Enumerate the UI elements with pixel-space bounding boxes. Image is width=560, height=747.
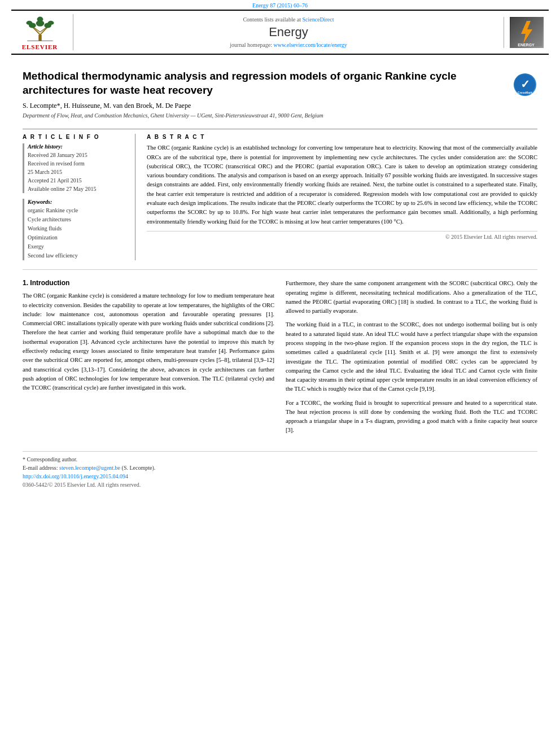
- article-columns: A R T I C L E I N F O Article history: R…: [23, 129, 537, 260]
- elsevier-logo: ELSEVIER: [20, 14, 60, 50]
- doi-link[interactable]: http://dx.doi.org/10.1016/j.energy.2015.…: [23, 473, 128, 479]
- sciencedirect-text: Contents lists available at: [243, 16, 300, 23]
- crossmark-circle: ✓ CrossMark: [514, 73, 536, 96]
- svg-point-10: [37, 17, 43, 22]
- journal-header: ELSEVIER Contents lists available at Sci…: [11, 10, 549, 55]
- intro-section-title: Introduction: [30, 279, 69, 287]
- history-item-0: Received 28 January 2015: [28, 151, 128, 159]
- intro-heading: 1. Introduction: [23, 279, 274, 287]
- email-link[interactable]: steven.lecompte@ugent.be: [59, 465, 120, 471]
- article-title: Methodical thermodynamic analysis and re…: [23, 69, 506, 97]
- issn-footer: 0360-5442/© 2015 Elsevier Ltd. All right…: [23, 482, 537, 488]
- intro-para4: For a TCORC, the working fluid is brough…: [286, 399, 537, 435]
- abstract-text: The ORC (organic Rankine cycle) is an es…: [147, 143, 537, 226]
- history-item-4: Available online 27 May 2015: [28, 185, 128, 193]
- authors: S. Lecompte*, H. Huisseune, M. van den B…: [23, 102, 506, 110]
- footnote-star: * Corresponding author.: [23, 456, 537, 462]
- intro-para3: The working fluid in a TLC, in contrast …: [286, 320, 537, 394]
- history-item-3: Accepted 21 April 2015: [28, 176, 128, 185]
- email-footnote: E-mail address: steven.lecompte@ugent.be…: [23, 465, 537, 471]
- keywords-title: Keywords:: [28, 199, 128, 205]
- elsevier-tree-icon: [20, 14, 60, 42]
- svg-text:✓: ✓: [520, 78, 530, 90]
- energy-logo-area: ENERGY: [504, 17, 549, 48]
- elsevier-branding: ELSEVIER: [11, 14, 73, 50]
- sciencedirect-line: Contents lists available at ScienceDirec…: [85, 16, 492, 23]
- article-title-text: Methodical thermodynamic analysis and re…: [23, 69, 506, 123]
- article-info-col: A R T I C L E I N F O Article history: R…: [23, 134, 135, 260]
- keyword-0: organic Rankine cycle: [28, 206, 128, 215]
- body-divider: [23, 269, 537, 270]
- article-history: Article history: Received 28 January 201…: [23, 143, 128, 193]
- svg-text:CrossMark: CrossMark: [518, 91, 532, 94]
- keyword-1: Cycle architectures: [28, 215, 128, 224]
- history-item-1: Received in revised form: [28, 159, 128, 168]
- homepage-line: journal homepage: www.elsevier.com/locat…: [85, 42, 492, 48]
- history-title: Article history:: [28, 143, 128, 150]
- authors-text: S. Lecompte*, H. Huisseune, M. van den B…: [23, 102, 191, 110]
- journal-header-center: Contents lists available at ScienceDirec…: [73, 16, 504, 48]
- energy-logo-graphic: ENERGY: [511, 18, 542, 46]
- abstract-col: A B S T R A C T The ORC (organic Rankine…: [147, 134, 537, 260]
- crossmark-icon: ✓ CrossMark: [514, 74, 536, 95]
- crossmark-logo: ✓ CrossMark: [512, 72, 537, 97]
- body-col-right: Furthermore, they share the same compone…: [286, 279, 537, 439]
- article-title-section: Methodical thermodynamic analysis and re…: [23, 69, 537, 123]
- footnote-star-text: * Corresponding author.: [23, 456, 77, 462]
- page-wrapper: Energy 87 (2015) 60–76: [0, 0, 560, 747]
- article-footer: * Corresponding author. E-mail address: …: [23, 451, 537, 488]
- affiliation: Department of Flow, Heat, and Combustion…: [23, 112, 506, 119]
- copyright-line: © 2015 Elsevier Ltd. All rights reserved…: [147, 231, 537, 240]
- keyword-5: Second law efficiency: [28, 251, 128, 260]
- email-label: E-mail address:: [23, 465, 58, 471]
- keyword-4: Exergy: [28, 242, 128, 251]
- intro-para1: The ORC (organic Rankine cycle) is consi…: [23, 291, 274, 392]
- doi-text: Energy 87 (2015) 60–76: [252, 2, 308, 8]
- svg-rect-0: [38, 34, 41, 41]
- keyword-3: Optimization: [28, 233, 128, 242]
- intro-section-number: 1.: [23, 279, 28, 287]
- article-info-label: A R T I C L E I N F O: [23, 134, 128, 140]
- intro-para2: Furthermore, they share the same compone…: [286, 279, 537, 316]
- energy-logo-box: ENERGY: [510, 17, 544, 48]
- keywords-section: Keywords: organic Rankine cycle Cycle ar…: [23, 199, 128, 260]
- svg-point-8: [47, 21, 54, 25]
- body-columns: 1. Introduction The ORC (organic Rankine…: [23, 279, 537, 439]
- email-note: (S. Lecompte).: [122, 465, 156, 471]
- history-item-2: 25 March 2015: [28, 168, 128, 176]
- journal-name-display: Energy: [85, 25, 492, 40]
- keyword-2: Working fluids: [28, 224, 128, 233]
- body-col-left: 1. Introduction The ORC (organic Rankine…: [23, 279, 274, 439]
- svg-point-7: [26, 21, 32, 25]
- main-content: Methodical thermodynamic analysis and re…: [0, 55, 560, 499]
- abstract-label: A B S T R A C T: [147, 134, 537, 140]
- homepage-text: journal homepage:: [230, 42, 272, 48]
- svg-text:ENERGY: ENERGY: [518, 43, 535, 46]
- doi-bar: Energy 87 (2015) 60–76: [0, 0, 560, 10]
- homepage-link[interactable]: www.elsevier.com/locate/energy: [273, 42, 347, 48]
- elsevier-label: ELSEVIER: [22, 43, 58, 50]
- sciencedirect-link[interactable]: ScienceDirect: [302, 16, 334, 23]
- doi-footer: http://dx.doi.org/10.1016/j.energy.2015.…: [23, 473, 537, 479]
